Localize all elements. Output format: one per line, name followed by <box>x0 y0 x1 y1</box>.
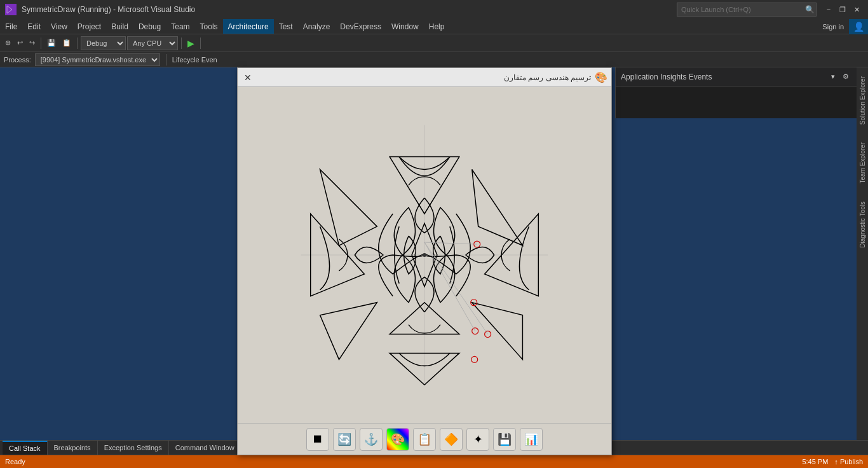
app-close-button[interactable]: ✕ <box>241 71 254 84</box>
status-right: 5:45 PM ↑ Publish <box>802 458 863 465</box>
proc-sep <box>166 54 166 65</box>
app-tool-3[interactable]: ⚓ <box>360 428 383 451</box>
main-area: Application Insights Events ▾ ⚙ ✕ ترسیم … <box>0 67 868 440</box>
svg-marker-0 <box>7 6 12 13</box>
menu-devexpress[interactable]: DevExpress <box>335 19 386 34</box>
menu-test[interactable]: Test <box>274 19 298 34</box>
status-time: 5:45 PM <box>802 458 828 465</box>
menu-edit[interactable]: Edit <box>22 19 46 34</box>
menu-view[interactable]: View <box>46 19 72 34</box>
app-tool-9[interactable]: 📊 <box>520 428 543 451</box>
app-titlebar: ✕ ترسیم هندسی رسم متقارن 🎨 <box>238 68 611 87</box>
app-title: ترسیم هندسی رسم متقارن <box>423 73 591 82</box>
app-tool-8[interactable]: 💾 <box>493 428 516 451</box>
tab-exception-settings[interactable]: Exception Settings <box>98 441 169 455</box>
undo-btn[interactable]: ↩ <box>15 36 25 50</box>
insights-settings-btn[interactable]: ⚙ <box>840 70 851 84</box>
menu-tools[interactable]: Tools <box>195 19 223 34</box>
app-canvas <box>238 87 611 423</box>
menu-analyze[interactable]: Analyze <box>298 19 336 34</box>
menu-window[interactable]: Window <box>386 19 424 34</box>
menu-project[interactable]: Project <box>72 19 106 34</box>
menu-build[interactable]: Build <box>106 19 133 34</box>
sign-in-link[interactable]: Sign in <box>817 23 849 31</box>
vs-logo <box>5 4 17 15</box>
menu-file[interactable]: File <box>0 19 22 34</box>
drawing-svg <box>238 87 611 423</box>
process-bar: Process: [9904] SymmetricDraw.vshost.exe… <box>0 52 868 67</box>
lifecycle-label: Lifecycle Even <box>172 56 217 64</box>
app-tool-5[interactable]: 📋 <box>413 428 436 451</box>
insights-panel: Application Insights Events ▾ ⚙ <box>615 67 857 118</box>
process-label: Process: <box>4 56 31 64</box>
menu-architecture[interactable]: Architecture <box>223 19 274 34</box>
restore-button[interactable]: ❐ <box>836 3 849 16</box>
app-tool-7[interactable]: ✦ <box>466 428 489 451</box>
side-tab-diagnostic-tools[interactable]: Diagnostic Tools <box>859 199 866 251</box>
app-toolbar: ⏹ 🔄 ⚓ 🎨 📋 🔶 ✦ 💾 📊 <box>238 423 611 455</box>
status-text: Ready <box>5 458 25 465</box>
account-glyph: 👤 <box>853 22 864 32</box>
tb-sep2 <box>77 38 78 49</box>
side-tab-solution-explorer[interactable]: Solution Explorer <box>859 74 866 127</box>
menubar: File Edit View Project Build Debug Team … <box>0 19 868 34</box>
statusbar: Ready 5:45 PM ↑ Publish <box>0 455 868 468</box>
left-panel: Application Insights Events ▾ ⚙ ✕ ترسیم … <box>0 67 868 440</box>
start-btn[interactable]: ▶ <box>185 36 197 50</box>
tb-sep4 <box>200 38 201 49</box>
tb-sep1 <box>41 38 41 49</box>
publish-button[interactable]: ↑ Publish <box>834 458 863 465</box>
search-area: 🔍 <box>677 3 817 17</box>
tab-call-stack[interactable]: Call Stack <box>3 441 48 455</box>
insights-controls: ▾ ⚙ <box>829 70 851 84</box>
app-window: ✕ ترسیم هندسی رسم متقارن 🎨 <box>237 67 612 455</box>
search-icon: 🔍 <box>805 5 815 14</box>
window-title: SymmetricDraw (Running) - Microsoft Visu… <box>22 5 672 14</box>
insights-body <box>616 86 857 118</box>
process-select[interactable]: [9904] SymmetricDraw.vshost.exe <box>35 53 160 66</box>
target-select[interactable]: Any CPU <box>127 36 178 50</box>
svg-rect-1 <box>13 6 15 13</box>
new-file-btn[interactable]: ⊕ <box>3 36 13 50</box>
side-tabs: Solution Explorer Team Explorer Diagnost… <box>857 67 868 440</box>
save-all-btn[interactable]: 📋 <box>60 36 74 50</box>
app-tool-2[interactable]: 🔄 <box>333 428 356 451</box>
toolbar: ⊕ ↩ ↪ 💾 📋 Debug Release Any CPU ▶ <box>0 34 868 52</box>
debug-mode-select[interactable]: Debug Release <box>81 36 126 50</box>
tab-command-window[interactable]: Command Window <box>169 441 241 455</box>
close-button[interactable]: ✕ <box>850 3 863 16</box>
center-point <box>423 253 426 257</box>
insights-header: Application Insights Events ▾ ⚙ <box>616 67 857 86</box>
titlebar: SymmetricDraw (Running) - Microsoft Visu… <box>0 0 868 19</box>
tab-breakpoints[interactable]: Breakpoints <box>48 441 98 455</box>
account-icon[interactable]: 👤 <box>849 19 868 34</box>
app-tool-1[interactable]: ⏹ <box>306 428 329 451</box>
tb-sep3 <box>181 38 182 49</box>
insights-dropdown-btn[interactable]: ▾ <box>829 70 837 84</box>
menu-debug[interactable]: Debug <box>133 19 166 34</box>
app-tool-4[interactable]: 🎨 <box>386 428 409 451</box>
menu-team[interactable]: Team <box>166 19 194 34</box>
insights-title: Application Insights Events <box>621 72 829 81</box>
side-tab-team-explorer[interactable]: Team Explorer <box>859 140 866 186</box>
app-tool-6[interactable]: 🔶 <box>440 428 463 451</box>
quick-launch-input[interactable] <box>677 3 817 17</box>
window-controls: − ❐ ✕ <box>822 3 863 16</box>
minimize-button[interactable]: − <box>822 3 835 16</box>
save-btn[interactable]: 💾 <box>44 36 58 50</box>
app-icon: 🎨 <box>595 71 607 83</box>
menu-help[interactable]: Help <box>424 19 450 34</box>
redo-btn[interactable]: ↪ <box>27 36 37 50</box>
